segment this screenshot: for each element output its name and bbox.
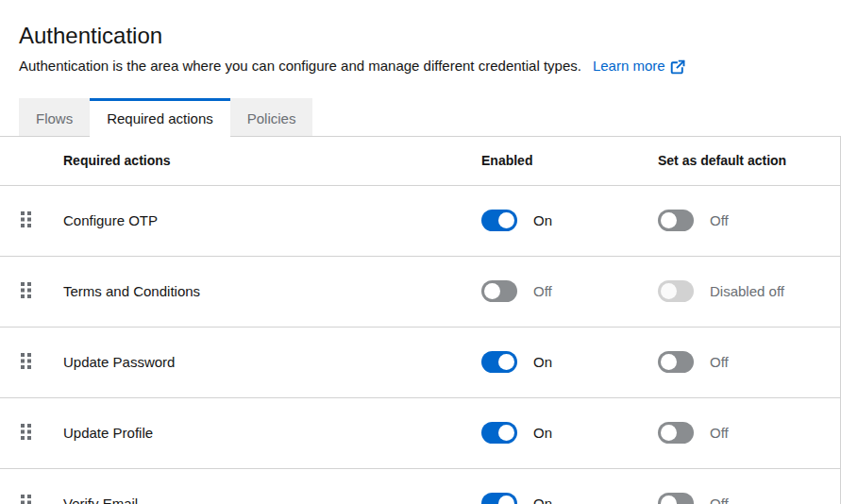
page-subtitle: Authentication is the area where you can… (19, 58, 822, 75)
external-link-icon (670, 59, 685, 75)
toggle-knob (661, 496, 677, 504)
table-row: Terms and Conditions Off Disabled off (0, 257, 841, 328)
toggle-knob (661, 354, 677, 370)
column-header-required-actions: Required actions (63, 153, 481, 168)
set-default-toggle-label: Off (710, 212, 729, 228)
learn-more-label: Learn more (593, 58, 665, 75)
enabled-toggle[interactable] (481, 280, 517, 302)
enabled-cell: On (481, 351, 658, 373)
required-action-name: Verify Email (63, 496, 138, 504)
enabled-toggle-label: On (533, 425, 552, 441)
drag-handle-icon[interactable] (21, 495, 31, 504)
drag-cell (0, 282, 63, 301)
enabled-toggle-label: On (533, 354, 552, 370)
set-default-toggle[interactable] (658, 210, 694, 231)
drag-cell (0, 424, 63, 443)
set-default-toggle-label: Off (710, 496, 729, 504)
set-default-cell: Disabled off (658, 280, 841, 302)
tab-flows[interactable]: Flows (19, 98, 90, 137)
drag-handle-icon[interactable] (21, 353, 31, 369)
enabled-toggle[interactable] (481, 210, 517, 231)
table-row: Verify Email On Off (0, 469, 841, 504)
drag-cell (0, 353, 63, 372)
page-subtitle-text: Authentication is the area where you can… (19, 58, 581, 74)
tab-required-actions-label: Required actions (107, 110, 213, 126)
enabled-toggle[interactable] (481, 422, 517, 444)
toggle-knob (661, 425, 677, 441)
required-action-name: Configure OTP (63, 212, 158, 228)
drag-handle-icon[interactable] (21, 424, 31, 440)
set-default-toggle[interactable] (658, 280, 694, 302)
toggle-knob (498, 212, 514, 228)
toggle-knob (661, 283, 677, 299)
required-action-name: Update Password (63, 354, 175, 370)
tab-policies[interactable]: Policies (230, 98, 313, 137)
drag-handle-icon[interactable] (21, 282, 31, 298)
set-default-toggle-label: Off (710, 354, 729, 370)
set-default-cell: Off (658, 422, 841, 444)
toggle-knob (498, 425, 514, 441)
enabled-cell: On (481, 422, 658, 444)
required-action-name-cell: Verify Email (63, 496, 481, 504)
page-title: Authentication (19, 23, 822, 50)
drag-cell (0, 211, 63, 230)
set-default-toggle[interactable] (658, 351, 694, 373)
table-row: Update Password On Off (0, 328, 841, 398)
tab-required-actions[interactable]: Required actions (90, 98, 230, 137)
required-action-name: Terms and Conditions (63, 283, 200, 299)
enabled-toggle-label: On (533, 212, 552, 228)
toggle-knob (498, 496, 514, 504)
toggle-knob (484, 283, 500, 299)
set-default-toggle[interactable] (658, 493, 694, 504)
tab-policies-label: Policies (247, 110, 296, 126)
required-action-name-cell: Update Profile (63, 425, 481, 441)
required-action-name-cell: Configure OTP (63, 212, 481, 228)
set-default-cell: Off (658, 351, 841, 373)
set-default-cell: Off (658, 210, 841, 231)
learn-more-link[interactable]: Learn more (593, 58, 685, 75)
enabled-toggle-label: On (533, 496, 552, 504)
table-header-row: Required actions Enabled Set as default … (0, 137, 841, 186)
required-action-name: Update Profile (63, 425, 153, 441)
toggle-knob (661, 212, 677, 228)
required-action-name-cell: Update Password (63, 354, 481, 370)
set-default-toggle[interactable] (658, 422, 694, 444)
tab-bar: Flows Required actions Policies (0, 98, 841, 137)
enabled-toggle[interactable] (481, 493, 517, 504)
drag-handle-icon[interactable] (21, 211, 31, 227)
required-actions-table: Required actions Enabled Set as default … (0, 137, 841, 504)
table-row: Configure OTP On Off (0, 186, 841, 257)
table-row: Update Profile On Off (0, 398, 841, 469)
tab-flows-label: Flows (36, 110, 73, 126)
column-header-set-default: Set as default action (658, 153, 841, 168)
enabled-toggle-label: Off (533, 283, 552, 299)
enabled-cell: On (481, 210, 658, 231)
column-header-enabled: Enabled (481, 153, 658, 168)
required-action-name-cell: Terms and Conditions (63, 283, 481, 299)
set-default-toggle-label: Disabled off (710, 283, 784, 299)
set-default-toggle-label: Off (710, 425, 729, 441)
page-header: Authentication Authentication is the are… (0, 0, 841, 75)
set-default-cell: Off (658, 493, 841, 504)
toggle-knob (498, 354, 514, 370)
drag-cell (0, 495, 63, 504)
enabled-cell: On (481, 493, 658, 504)
enabled-toggle[interactable] (481, 351, 517, 373)
table-body: Configure OTP On Off Terms a (0, 186, 841, 504)
enabled-cell: Off (481, 280, 658, 302)
